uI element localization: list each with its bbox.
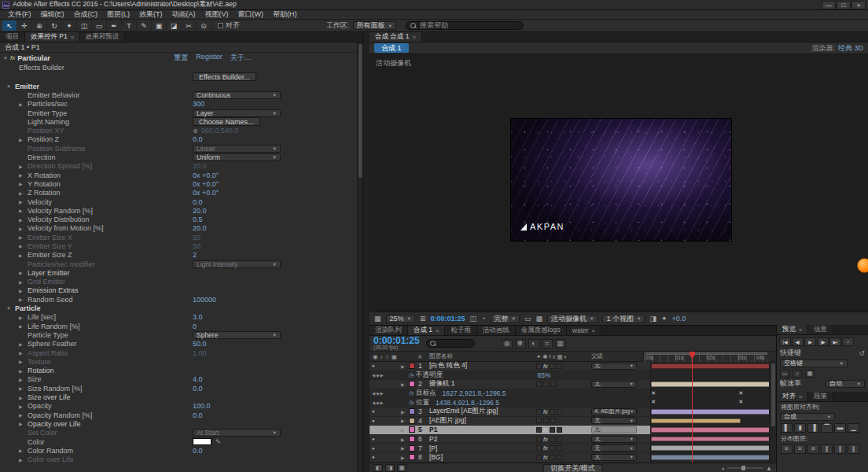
effect-property-row[interactable]: ▶Size4.0 bbox=[0, 375, 362, 384]
twirl-icon[interactable]: ▶ bbox=[19, 315, 28, 320]
scrollbar-thumb[interactable] bbox=[359, 44, 362, 178]
effect-property-row[interactable]: ▶Direction Spread [%]20.0 bbox=[0, 162, 362, 171]
brush-tool-icon[interactable]: ✎ bbox=[137, 20, 152, 31]
stopwatch-icon[interactable]: ◷ bbox=[409, 390, 414, 396]
effect-property-row[interactable]: ▶Color over Life bbox=[0, 455, 362, 463]
property-value[interactable]: 0.0 bbox=[193, 198, 203, 206]
effect-property-row[interactable]: Particles/sec modifierLight Intensity▼ bbox=[0, 260, 362, 268]
switch-box[interactable] bbox=[550, 437, 555, 442]
align-horizontal-center-button[interactable]: ▮ bbox=[794, 423, 806, 433]
parent-dropdown[interactable]: 无▼ bbox=[591, 454, 637, 461]
type-tool-icon[interactable]: T bbox=[122, 20, 137, 31]
timeline-tab-活动画线[interactable]: 活动画线 bbox=[477, 326, 516, 335]
table-row[interactable]: ●▶8[BG]fx无▼ bbox=[370, 453, 776, 463]
tab-对齐[interactable]: 对齐≡ bbox=[777, 392, 808, 401]
panel-menu-icon[interactable]: ≡ bbox=[436, 328, 439, 334]
minimize-button[interactable]: — bbox=[822, 1, 836, 9]
property-button[interactable]: Choose Names... bbox=[193, 117, 260, 126]
twirl-icon[interactable]: ▶ bbox=[19, 323, 28, 329]
property-value[interactable]: 20.0 bbox=[193, 162, 207, 170]
parent-dropdown[interactable]: 无▼ bbox=[591, 417, 637, 424]
layer-track[interactable] bbox=[650, 417, 776, 426]
layer-track[interactable] bbox=[650, 407, 776, 416]
eyedropper-icon[interactable]: ✎ bbox=[215, 438, 221, 445]
keyframe-navigator[interactable]: ◀◆▶ bbox=[370, 391, 401, 396]
layer-duration-bar[interactable] bbox=[651, 363, 776, 369]
distribute-left-button[interactable]: ∥ bbox=[821, 444, 833, 454]
switch-box[interactable] bbox=[536, 409, 542, 415]
menu-item[interactable]: 图层(L) bbox=[102, 9, 134, 20]
layer-track[interactable] bbox=[650, 453, 776, 462]
zoom-tool-icon[interactable]: ⊕ bbox=[32, 20, 47, 31]
layer-name-column-header[interactable]: 图层名称 bbox=[429, 352, 536, 361]
av-features-cell[interactable]: ● bbox=[370, 409, 401, 414]
align-top-button[interactable]: ▔ bbox=[821, 423, 833, 433]
table-row[interactable]: ▶2摄像机 1无▼ bbox=[370, 380, 776, 389]
play-button[interactable]: ▶ bbox=[804, 337, 816, 346]
pan-behind-tool-icon[interactable]: ◫ bbox=[77, 20, 92, 31]
effect-property-row[interactable]: Color✎ bbox=[0, 437, 362, 446]
property-value[interactable]: 1627.2,921.8,-1296.5 bbox=[443, 389, 506, 397]
property-name[interactable]: 不透明度 bbox=[416, 371, 443, 380]
distribute-horizontal-center-button[interactable]: ∥ bbox=[834, 444, 846, 454]
effect-property-row[interactable]: ▶Velocity Random [%]20.0 bbox=[0, 206, 362, 215]
layer-expander-icon[interactable]: ▶ bbox=[401, 382, 409, 387]
effect-property-row[interactable]: ▶Opacity100.0 bbox=[0, 402, 362, 411]
graph-editor-icon[interactable]: ≈ bbox=[542, 339, 553, 348]
transparency-grid-icon[interactable]: ▦ bbox=[535, 315, 542, 323]
tab-预览[interactable]: 预览≡ bbox=[777, 325, 808, 334]
keyframe-icon[interactable]: ✕ bbox=[651, 399, 656, 405]
effect-property-row[interactable]: ▶Particles/sec300 bbox=[0, 100, 362, 109]
switch-box[interactable] bbox=[557, 445, 562, 451]
layer-name[interactable]: [BG] bbox=[429, 453, 536, 461]
layer-duration-bar[interactable] bbox=[651, 382, 776, 387]
timeline-search-input[interactable] bbox=[426, 339, 475, 348]
property-value[interactable]: 50 bbox=[193, 242, 200, 250]
twirl-icon[interactable]: ▶ bbox=[19, 199, 28, 205]
clone-stamp-tool-icon[interactable]: ▣ bbox=[152, 20, 167, 31]
switch-box[interactable] bbox=[550, 455, 555, 460]
effect-property-row[interactable]: ▶Velocity0.0 bbox=[0, 197, 362, 206]
timeline-tab-渲染队列[interactable]: 渲染队列 bbox=[370, 326, 408, 335]
switch-box[interactable] bbox=[550, 382, 556, 387]
effect-property-row[interactable]: ▶Opacity Random [%]0.0 bbox=[0, 411, 362, 419]
switch-box[interactable] bbox=[550, 418, 556, 423]
property-value[interactable]: 960.0,540.0 bbox=[201, 127, 239, 135]
resolution-dropdown[interactable]: 完整▼ bbox=[491, 315, 520, 323]
layer-switches[interactable]: fx bbox=[536, 426, 591, 433]
reset-icon[interactable]: ↺ bbox=[859, 349, 865, 357]
twirl-icon[interactable]: ▶ bbox=[19, 404, 28, 409]
layer-duration-bar[interactable] bbox=[651, 419, 741, 424]
twirl-icon[interactable]: ▶ bbox=[19, 217, 28, 223]
effect-property-row[interactable]: ▶X Rotation0x +0.0° bbox=[0, 171, 362, 179]
layer-switches[interactable]: fx bbox=[536, 454, 591, 461]
av-features-cell[interactable]: ● bbox=[370, 363, 401, 368]
show-channel-icon[interactable]: ◔ bbox=[481, 315, 485, 323]
effect-property-row[interactable]: ▶Size over Life bbox=[0, 393, 362, 401]
timeline-tab-粒子雨[interactable]: 粒子雨 bbox=[445, 326, 477, 335]
tab-项目[interactable]: 项目 bbox=[0, 32, 25, 42]
property-value[interactable]: 0.0 bbox=[193, 135, 203, 143]
timeline-tab-water[interactable]: water× bbox=[567, 326, 601, 335]
layer-switches[interactable]: fx bbox=[536, 436, 591, 443]
twirl-icon[interactable]: ▶ bbox=[19, 341, 28, 347]
region-of-interest-icon[interactable]: ▭ bbox=[524, 315, 531, 323]
property-value[interactable]: 0.0 bbox=[193, 411, 203, 419]
layer-track[interactable] bbox=[650, 362, 776, 371]
eye-icon[interactable]: ● bbox=[372, 446, 375, 451]
maximize-button[interactable]: □ bbox=[837, 1, 851, 9]
panel-menu-icon[interactable]: ≡ bbox=[799, 327, 802, 333]
effect-property-row[interactable]: ▼Emitter bbox=[0, 82, 362, 90]
av-features-cell[interactable]: ● bbox=[370, 437, 401, 441]
property-value[interactable]: 65% bbox=[538, 371, 551, 379]
tab-效果和预设[interactable]: 效果和预设 bbox=[80, 32, 126, 42]
motion-blur-icon[interactable]: ◐ bbox=[528, 339, 539, 348]
property-value[interactable]: 0.0 bbox=[193, 447, 203, 455]
twirl-icon[interactable]: ▶ bbox=[19, 412, 28, 418]
fx-switch-icon[interactable]: fx bbox=[543, 436, 548, 443]
current-time-indicator[interactable] bbox=[692, 352, 693, 463]
renderer-value[interactable]: 经典 3D bbox=[838, 43, 863, 53]
help-search-input[interactable]: 搜索帮助 bbox=[406, 21, 524, 30]
switch-box[interactable] bbox=[557, 455, 562, 460]
distribute-bottom-button[interactable]: ≡ bbox=[807, 444, 819, 454]
